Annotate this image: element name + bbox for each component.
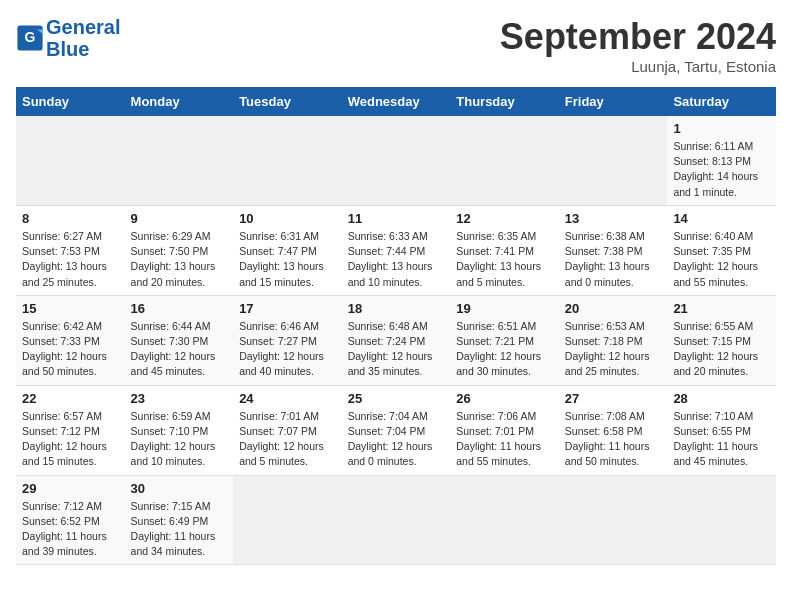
day-number: 14 [673,211,770,226]
day-info: Sunrise: 6:11 AMSunset: 8:13 PMDaylight:… [673,139,770,200]
day-number: 17 [239,301,336,316]
day-number: 13 [565,211,662,226]
logo-line1: General [46,16,120,38]
day-number: 27 [565,391,662,406]
logo-icon: G [16,24,44,52]
calendar-header-saturday: Saturday [667,87,776,116]
day-number: 11 [348,211,445,226]
calendar-cell: 17 Sunrise: 6:46 AMSunset: 7:27 PMDaylig… [233,295,342,385]
calendar-cell: 1 Sunrise: 6:11 AMSunset: 8:13 PMDayligh… [667,116,776,205]
logo: G General Blue [16,16,120,60]
location: Luunja, Tartu, Estonia [500,58,776,75]
calendar-cell: 16 Sunrise: 6:44 AMSunset: 7:30 PMDaylig… [125,295,234,385]
day-number: 28 [673,391,770,406]
day-number: 8 [22,211,119,226]
day-number: 22 [22,391,119,406]
day-info: Sunrise: 7:04 AMSunset: 7:04 PMDaylight:… [348,409,445,470]
day-number: 30 [131,481,228,496]
calendar-cell: 14 Sunrise: 6:40 AMSunset: 7:35 PMDaylig… [667,205,776,295]
calendar-cell [559,116,668,205]
calendar-week-row: 29 Sunrise: 7:12 AMSunset: 6:52 PMDaylig… [16,475,776,565]
calendar-cell: 10 Sunrise: 6:31 AMSunset: 7:47 PMDaylig… [233,205,342,295]
calendar-cell: 12 Sunrise: 6:35 AMSunset: 7:41 PMDaylig… [450,205,559,295]
calendar-cell: 9 Sunrise: 6:29 AMSunset: 7:50 PMDayligh… [125,205,234,295]
calendar-cell: 11 Sunrise: 6:33 AMSunset: 7:44 PMDaylig… [342,205,451,295]
page-header: G General Blue September 2024 Luunja, Ta… [16,16,776,75]
day-info: Sunrise: 7:15 AMSunset: 6:49 PMDaylight:… [131,499,228,560]
day-number: 21 [673,301,770,316]
day-info: Sunrise: 6:46 AMSunset: 7:27 PMDaylight:… [239,319,336,380]
calendar-cell [233,116,342,205]
calendar-cell: 20 Sunrise: 6:53 AMSunset: 7:18 PMDaylig… [559,295,668,385]
calendar-cell [16,116,125,205]
day-number: 20 [565,301,662,316]
title-block: September 2024 Luunja, Tartu, Estonia [500,16,776,75]
calendar-cell: 18 Sunrise: 6:48 AMSunset: 7:24 PMDaylig… [342,295,451,385]
calendar-cell: 29 Sunrise: 7:12 AMSunset: 6:52 PMDaylig… [16,475,125,565]
day-number: 9 [131,211,228,226]
calendar-cell: 8 Sunrise: 6:27 AMSunset: 7:53 PMDayligh… [16,205,125,295]
day-info: Sunrise: 7:08 AMSunset: 6:58 PMDaylight:… [565,409,662,470]
calendar-header-tuesday: Tuesday [233,87,342,116]
day-info: Sunrise: 7:10 AMSunset: 6:55 PMDaylight:… [673,409,770,470]
calendar-header-sunday: Sunday [16,87,125,116]
day-info: Sunrise: 6:42 AMSunset: 7:33 PMDaylight:… [22,319,119,380]
day-number: 25 [348,391,445,406]
calendar-cell: 13 Sunrise: 6:38 AMSunset: 7:38 PMDaylig… [559,205,668,295]
calendar-header-thursday: Thursday [450,87,559,116]
calendar-cell [450,475,559,565]
day-info: Sunrise: 6:27 AMSunset: 7:53 PMDaylight:… [22,229,119,290]
calendar-cell: 15 Sunrise: 6:42 AMSunset: 7:33 PMDaylig… [16,295,125,385]
day-info: Sunrise: 6:55 AMSunset: 7:15 PMDaylight:… [673,319,770,380]
calendar-cell [342,116,451,205]
day-info: Sunrise: 7:12 AMSunset: 6:52 PMDaylight:… [22,499,119,560]
day-info: Sunrise: 6:40 AMSunset: 7:35 PMDaylight:… [673,229,770,290]
logo-line2: Blue [46,38,89,60]
calendar-cell: 30 Sunrise: 7:15 AMSunset: 6:49 PMDaylig… [125,475,234,565]
calendar-cell [125,116,234,205]
day-number: 10 [239,211,336,226]
day-info: Sunrise: 6:31 AMSunset: 7:47 PMDaylight:… [239,229,336,290]
calendar-cell: 26 Sunrise: 7:06 AMSunset: 7:01 PMDaylig… [450,385,559,475]
day-info: Sunrise: 6:33 AMSunset: 7:44 PMDaylight:… [348,229,445,290]
day-number: 16 [131,301,228,316]
day-info: Sunrise: 6:38 AMSunset: 7:38 PMDaylight:… [565,229,662,290]
calendar-header-row: SundayMondayTuesdayWednesdayThursdayFrid… [16,87,776,116]
calendar-cell [559,475,668,565]
calendar-cell: 21 Sunrise: 6:55 AMSunset: 7:15 PMDaylig… [667,295,776,385]
day-info: Sunrise: 6:29 AMSunset: 7:50 PMDaylight:… [131,229,228,290]
calendar-cell [342,475,451,565]
calendar-cell: 25 Sunrise: 7:04 AMSunset: 7:04 PMDaylig… [342,385,451,475]
day-number: 29 [22,481,119,496]
calendar-header-friday: Friday [559,87,668,116]
day-number: 23 [131,391,228,406]
day-info: Sunrise: 6:57 AMSunset: 7:12 PMDaylight:… [22,409,119,470]
month-title: September 2024 [500,16,776,58]
calendar-header-monday: Monday [125,87,234,116]
calendar-week-row: 8 Sunrise: 6:27 AMSunset: 7:53 PMDayligh… [16,205,776,295]
day-info: Sunrise: 6:48 AMSunset: 7:24 PMDaylight:… [348,319,445,380]
day-number: 18 [348,301,445,316]
day-number: 12 [456,211,553,226]
day-number: 26 [456,391,553,406]
day-info: Sunrise: 7:06 AMSunset: 7:01 PMDaylight:… [456,409,553,470]
calendar-cell [450,116,559,205]
calendar-cell [233,475,342,565]
day-info: Sunrise: 7:01 AMSunset: 7:07 PMDaylight:… [239,409,336,470]
svg-text:G: G [25,29,36,45]
calendar-week-row: 1 Sunrise: 6:11 AMSunset: 8:13 PMDayligh… [16,116,776,205]
calendar-cell: 19 Sunrise: 6:51 AMSunset: 7:21 PMDaylig… [450,295,559,385]
calendar-cell: 24 Sunrise: 7:01 AMSunset: 7:07 PMDaylig… [233,385,342,475]
calendar-week-row: 15 Sunrise: 6:42 AMSunset: 7:33 PMDaylig… [16,295,776,385]
calendar-header-wednesday: Wednesday [342,87,451,116]
day-number: 24 [239,391,336,406]
day-number: 19 [456,301,553,316]
day-info: Sunrise: 6:59 AMSunset: 7:10 PMDaylight:… [131,409,228,470]
calendar-cell: 23 Sunrise: 6:59 AMSunset: 7:10 PMDaylig… [125,385,234,475]
day-info: Sunrise: 6:35 AMSunset: 7:41 PMDaylight:… [456,229,553,290]
day-info: Sunrise: 6:51 AMSunset: 7:21 PMDaylight:… [456,319,553,380]
calendar-table: SundayMondayTuesdayWednesdayThursdayFrid… [16,87,776,565]
day-number: 1 [673,121,770,136]
calendar-cell: 28 Sunrise: 7:10 AMSunset: 6:55 PMDaylig… [667,385,776,475]
day-number: 15 [22,301,119,316]
